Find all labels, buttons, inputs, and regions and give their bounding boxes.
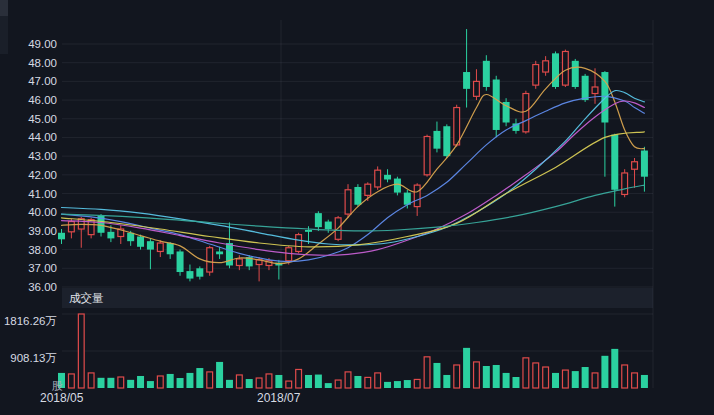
volume-bar-down[interactable]: [167, 374, 174, 388]
candle-body-up[interactable]: [523, 94, 529, 132]
volume-bar-up[interactable]: [157, 376, 163, 388]
candle-body-down[interactable]: [463, 72, 470, 89]
volume-bar-down[interactable]: [582, 367, 589, 388]
volume-bar-up[interactable]: [236, 375, 242, 388]
volume-bar-down[interactable]: [404, 380, 411, 388]
volume-bar-up[interactable]: [68, 374, 74, 388]
volume-bar-up[interactable]: [454, 365, 460, 388]
volume-bar-up[interactable]: [266, 374, 272, 388]
candle-body-down[interactable]: [216, 251, 223, 254]
volume-bar-down[interactable]: [107, 378, 114, 388]
volume-bar-up[interactable]: [345, 372, 351, 388]
volume-bar-down[interactable]: [147, 381, 154, 388]
volume-bar-up[interactable]: [424, 357, 430, 388]
volume-bar-up[interactable]: [474, 362, 480, 388]
volume-bar-down[interactable]: [611, 349, 618, 388]
candle-body-down[interactable]: [582, 76, 589, 100]
candle-body-up[interactable]: [454, 108, 460, 145]
candle-body-up[interactable]: [345, 190, 351, 214]
volume-bar-down[interactable]: [246, 379, 253, 388]
candle-body-up[interactable]: [68, 222, 74, 232]
candle-body-down[interactable]: [226, 243, 233, 265]
candle-body-down[interactable]: [137, 237, 144, 247]
volume-bar-down[interactable]: [137, 376, 144, 388]
candle-body-down[interactable]: [107, 232, 114, 239]
volume-bar-down[interactable]: [305, 375, 312, 388]
candle-body-down[interactable]: [58, 233, 65, 240]
candle-body-down[interactable]: [147, 241, 154, 249]
volume-bar-up[interactable]: [533, 363, 539, 388]
volume-bar-up[interactable]: [118, 377, 124, 388]
volume-bar-down[interactable]: [463, 348, 470, 388]
kline-chart[interactable]: [0, 0, 714, 415]
candle-body-down[interactable]: [552, 53, 559, 87]
candle-body-down[interactable]: [493, 80, 500, 130]
volume-bar-down[interactable]: [275, 375, 282, 388]
candle-body-down[interactable]: [394, 179, 401, 193]
volume-bar-up[interactable]: [88, 373, 94, 388]
volume-bar-down[interactable]: [443, 375, 450, 388]
candle-body-down[interactable]: [384, 175, 391, 180]
volume-bar-up[interactable]: [375, 373, 381, 388]
candle-body-down[interactable]: [325, 222, 332, 229]
volume-bar-down[interactable]: [315, 375, 322, 388]
volume-bar-up[interactable]: [562, 370, 568, 388]
volume-bar-down[interactable]: [552, 373, 559, 388]
volume-bar-down[interactable]: [177, 378, 184, 388]
candle-body-down[interactable]: [641, 151, 648, 177]
candle-body-down[interactable]: [305, 230, 312, 232]
candle-body-up[interactable]: [474, 81, 480, 96]
volume-bar-down[interactable]: [384, 382, 391, 388]
volume-bar-up[interactable]: [622, 365, 628, 388]
volume-bar-up[interactable]: [523, 358, 529, 388]
candle-body-down[interactable]: [611, 135, 618, 190]
candle-body-down[interactable]: [167, 243, 174, 254]
candle-body-up[interactable]: [622, 173, 628, 194]
candle-body-up[interactable]: [365, 184, 371, 195]
volume-bar-up[interactable]: [286, 381, 292, 388]
volume-bar-down[interactable]: [127, 380, 134, 388]
candle-body-up[interactable]: [424, 137, 430, 175]
volume-bar-down[interactable]: [216, 362, 223, 388]
volume-bar-up[interactable]: [256, 378, 262, 388]
candle-body-up[interactable]: [562, 51, 568, 85]
volume-bar-down[interactable]: [354, 376, 361, 388]
candle-body-down[interactable]: [483, 61, 490, 87]
volume-bar-up[interactable]: [296, 369, 302, 388]
candle-body-up[interactable]: [592, 87, 598, 94]
volume-bar-up[interactable]: [207, 372, 213, 388]
volume-bar-down[interactable]: [433, 363, 440, 388]
volume-bar-down[interactable]: [394, 381, 401, 388]
volume-bar-down[interactable]: [572, 371, 579, 388]
candle-body-up[interactable]: [414, 185, 420, 206]
volume-bar-up[interactable]: [592, 373, 598, 388]
candle-body-up[interactable]: [543, 61, 549, 72]
candle-body-down[interactable]: [315, 213, 322, 227]
candle-body-down[interactable]: [443, 126, 450, 156]
candle-body-down[interactable]: [572, 61, 579, 87]
candle-body-up[interactable]: [296, 235, 302, 252]
volume-bar-up[interactable]: [78, 314, 84, 388]
volume-bar-down[interactable]: [493, 365, 500, 388]
volume-bar-down[interactable]: [226, 380, 233, 388]
candle-body-up[interactable]: [236, 259, 242, 266]
candle-body-up[interactable]: [632, 162, 638, 169]
volume-bar-down[interactable]: [196, 368, 203, 388]
volume-bar-down[interactable]: [483, 366, 490, 388]
volume-bar-down[interactable]: [512, 377, 519, 388]
volume-bar-down[interactable]: [601, 356, 608, 388]
candle-body-down[interactable]: [196, 268, 203, 276]
candle-body-down[interactable]: [186, 271, 193, 278]
volume-bar-up[interactable]: [365, 377, 371, 388]
candle-body-up[interactable]: [286, 248, 292, 261]
volume-bar-down[interactable]: [186, 373, 193, 388]
candle-body-up[interactable]: [375, 170, 381, 187]
candle-body-up[interactable]: [157, 243, 163, 251]
volume-bar-up[interactable]: [543, 367, 549, 388]
volume-bar-down[interactable]: [325, 383, 332, 388]
volume-bar-up[interactable]: [414, 379, 420, 388]
candle-body-up[interactable]: [533, 65, 539, 86]
volume-bar-up[interactable]: [632, 373, 638, 388]
candle-body-down[interactable]: [354, 187, 361, 205]
volume-bar-down[interactable]: [503, 373, 510, 388]
